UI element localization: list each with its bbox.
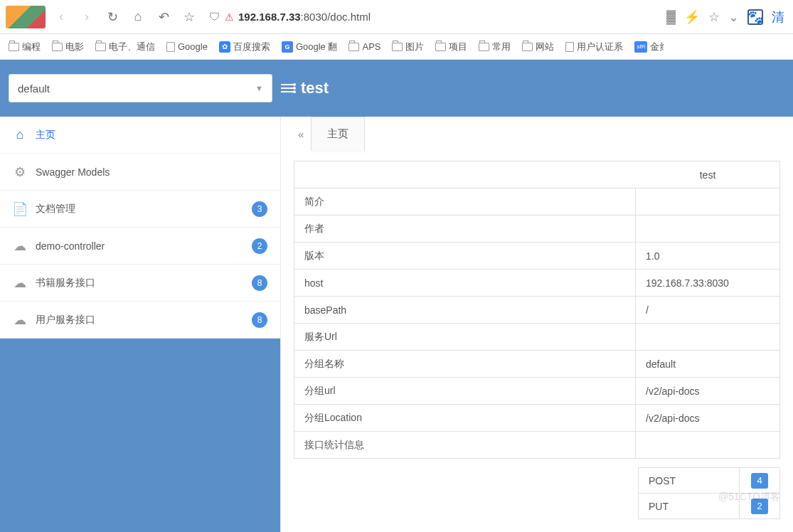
row-value: default — [636, 351, 779, 377]
sidebar-item[interactable]: 📄文档管理3 — [0, 191, 280, 228]
google-icon: G — [282, 41, 293, 53]
sfr-icon: sfR — [634, 41, 647, 53]
bookmark-item[interactable]: GGoogle 翻 — [282, 41, 338, 53]
folder-icon — [522, 43, 533, 51]
star-icon[interactable]: ☆ — [708, 9, 720, 25]
sidebar-fill — [0, 339, 280, 532]
folder-icon — [435, 43, 446, 51]
bookmark-item[interactable]: ✿百度搜索 — [219, 41, 270, 53]
bookmark-label: 用户认证系 — [577, 41, 623, 53]
bookmarks-bar: 编程电影电子、通信Google✿百度搜索GGoogle 翻APS图片项目常用网站… — [0, 34, 793, 60]
home-button[interactable]: ⌂ — [128, 7, 148, 27]
bookmark-label: Google — [178, 41, 208, 52]
bookmark-item[interactable]: 用户认证系 — [565, 41, 623, 53]
table-row: 分组Location/v2/api-docs — [294, 405, 779, 432]
sidebar-item-label: 用户服务接口 — [36, 314, 95, 326]
bookmark-item[interactable]: 电影 — [52, 41, 84, 53]
row-key: 接口统计信息 — [294, 432, 636, 458]
page-icon — [565, 42, 574, 52]
app-main: ⌂主页⚙Swagger Models📄文档管理3☁demo-controller… — [0, 117, 793, 532]
table-row: 服务Url — [294, 324, 779, 351]
bookmark-label: 电影 — [65, 41, 84, 53]
folder-icon — [95, 43, 106, 51]
favorite-button[interactable]: ☆ — [179, 7, 199, 27]
row-value: / — [636, 297, 779, 323]
table-row: 简介 — [294, 188, 779, 216]
row-key: 作者 — [294, 216, 636, 242]
bookmark-item[interactable]: 编程 — [9, 41, 41, 53]
flash-icon[interactable]: ⚡ — [684, 9, 700, 25]
row-value — [636, 216, 779, 242]
bookmark-item[interactable]: APS — [348, 41, 380, 52]
bookmark-item[interactable]: 项目 — [435, 41, 467, 53]
row-key: 简介 — [294, 188, 636, 215]
cloud-icon: ☁ — [13, 275, 27, 291]
table-row: 分组url/v2/api-docs — [294, 378, 779, 405]
count-badge: 2 — [252, 238, 267, 254]
sidebar-item[interactable]: ⌂主页 — [0, 117, 280, 154]
sidebar-item[interactable]: ☁demo-controller2 — [0, 228, 280, 265]
bookmark-item[interactable]: 电子、通信 — [95, 41, 155, 53]
info-table: test 简介作者版本1.0host192.168.7.33:8030baseP… — [294, 161, 780, 459]
table-row: 分组名称default — [294, 351, 779, 378]
row-value — [636, 324, 779, 350]
page-icon — [166, 42, 175, 52]
cloud-icon: ☁ — [13, 312, 27, 328]
clear-link[interactable]: 清 — [772, 9, 784, 26]
paw-icon[interactable]: 🐾 — [747, 9, 763, 25]
back-button[interactable]: ‹ — [51, 7, 71, 27]
row-value: 1.0 — [636, 243, 779, 269]
shield-icon: 🛡 — [209, 11, 220, 23]
bookmark-label: 图片 — [405, 41, 424, 53]
sidebar-item-label: 文档管理 — [36, 203, 75, 216]
sidebar-item[interactable]: ☁书籍服务接口8 — [0, 265, 280, 302]
bookmark-item[interactable]: 图片 — [392, 41, 424, 53]
row-key: 分组url — [294, 378, 636, 404]
sidebar-item[interactable]: ⚙Swagger Models — [0, 154, 280, 191]
table-row: host192.168.7.33:8030 — [294, 270, 779, 297]
row-value — [636, 188, 779, 215]
bookmark-label: 编程 — [22, 41, 41, 53]
collapse-icon[interactable]: « — [298, 128, 301, 140]
api-group-value: default — [18, 83, 50, 95]
reload-button[interactable]: ↻ — [102, 7, 122, 27]
tab-home[interactable]: 主页 — [311, 117, 365, 151]
doc-icon: 📄 — [13, 201, 27, 217]
row-value — [636, 432, 779, 458]
table-row: basePath/ — [294, 297, 779, 324]
forward-button[interactable]: › — [77, 7, 97, 27]
table-row: 接口统计信息 — [294, 432, 779, 459]
app-title: test — [281, 79, 329, 97]
tab-row: « 主页 — [281, 117, 793, 151]
stats-method: POST — [639, 468, 740, 493]
table-header-title: test — [636, 161, 779, 188]
bookmark-label: Google 翻 — [296, 41, 338, 53]
api-group-select[interactable]: default ▼ — [9, 74, 272, 102]
bookmark-label: 电子、通信 — [109, 41, 155, 53]
count-badge: 8 — [252, 312, 267, 328]
bookmark-item[interactable]: Google — [166, 41, 208, 52]
count-badge: 8 — [252, 275, 267, 291]
menu-icon[interactable] — [281, 84, 294, 92]
qr-icon[interactable]: ▓ — [666, 9, 676, 24]
folder-icon — [9, 43, 19, 51]
browser-favicon — [6, 6, 46, 28]
cube-icon: ⚙ — [13, 164, 27, 180]
bookmark-item[interactable]: 网站 — [522, 41, 554, 53]
sidebar-item-label: 书籍服务接口 — [36, 277, 95, 289]
undo-button[interactable]: ↶ — [154, 7, 174, 27]
address-bar[interactable]: 🛡 ⚠ 192.168.7.33:8030/doc.html — [205, 11, 661, 23]
row-key: 版本 — [294, 243, 636, 269]
app-title-text: test — [301, 79, 329, 97]
folder-icon — [348, 43, 359, 51]
bookmark-item[interactable]: 常用 — [479, 41, 511, 53]
bookmark-item[interactable]: sfR金纟 — [634, 41, 669, 53]
folder-icon — [52, 43, 63, 51]
chevron-down-icon[interactable]: ⌄ — [728, 9, 739, 25]
count-badge: 3 — [252, 201, 267, 217]
cloud-icon: ☁ — [13, 238, 27, 254]
folder-icon — [392, 43, 403, 51]
table-header-row: test — [294, 161, 779, 188]
sidebar-item[interactable]: ☁用户服务接口8 — [0, 302, 280, 339]
bookmark-label: 金纟 — [650, 41, 669, 53]
